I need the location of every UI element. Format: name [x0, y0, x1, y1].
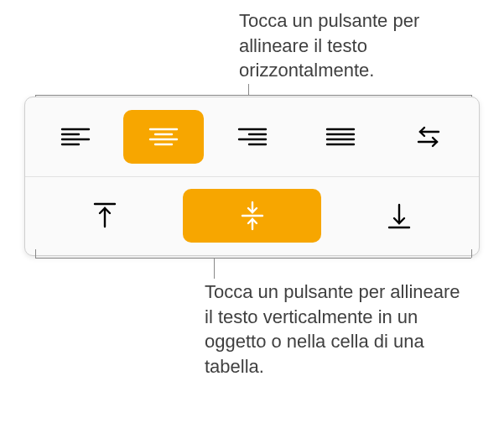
callout-leader — [248, 84, 249, 96]
text-direction-button[interactable] — [389, 110, 469, 164]
vertical-alignment-row — [25, 177, 479, 256]
alignment-panel — [24, 97, 480, 256]
horizontal-alignment-row — [25, 97, 479, 177]
align-right-button[interactable] — [212, 110, 292, 164]
align-top-icon — [92, 201, 117, 230]
align-justify-button[interactable] — [300, 110, 380, 164]
align-bottom-button[interactable] — [330, 189, 469, 243]
callout-bracket-top — [35, 95, 471, 96]
align-left-button[interactable] — [35, 110, 115, 164]
align-justify-icon — [325, 127, 356, 147]
align-right-icon — [237, 127, 268, 147]
align-bottom-icon — [387, 201, 412, 230]
callout-bracket-bottom-right — [471, 249, 472, 258]
callout-leader-bottom — [214, 258, 215, 279]
callout-bracket-bottom — [35, 258, 471, 259]
callout-text: Tocca un pulsante per allineare il testo… — [205, 281, 460, 377]
align-center-button[interactable] — [123, 110, 203, 164]
align-middle-button[interactable] — [183, 189, 322, 243]
align-left-icon — [60, 127, 91, 147]
callout-text: Tocca un pulsante per allineare il testo… — [239, 10, 419, 81]
text-direction-icon — [413, 125, 444, 149]
callout-bracket-bottom-left — [35, 249, 36, 258]
callout-horizontal-alignment: Tocca un pulsante per allineare il testo… — [239, 8, 491, 83]
callout-vertical-alignment: Tocca un pulsante per allineare il testo… — [205, 280, 473, 379]
align-center-icon — [148, 127, 179, 147]
align-top-button[interactable] — [35, 189, 174, 243]
align-middle-icon — [240, 201, 265, 231]
